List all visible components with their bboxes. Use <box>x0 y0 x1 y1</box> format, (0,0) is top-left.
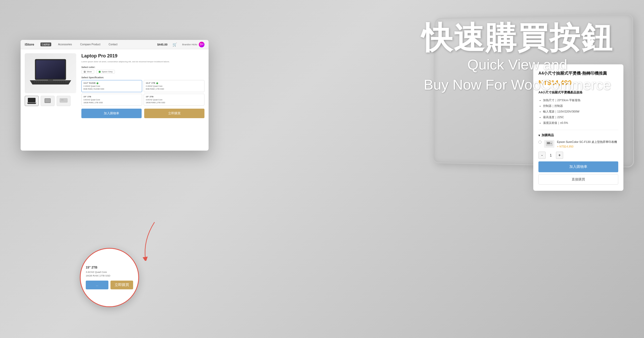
zoom-arrow <box>138 220 158 261</box>
addon-info: Epson SureColor SC-F130 桌上型熱昇華印表機 + NT$1… <box>557 140 618 149</box>
avatar: BH <box>199 42 204 47</box>
color-label: Select color: <box>81 66 204 68</box>
silver-dot <box>84 71 86 73</box>
thumb-2[interactable] <box>41 96 55 106</box>
addon-label: ▾ 加購商品 <box>538 133 618 137</box>
svg-rect-15 <box>54 81 56 82</box>
spec-item-3: 輸入電源｜110V/220V/300W <box>543 109 618 114</box>
spec-card-2[interactable]: 13.3" 1TB 2.4GHZ Quad Core 8GB RAM | 1TB… <box>144 80 204 92</box>
svg-rect-2 <box>36 60 65 79</box>
zoom-add-cart-button[interactable]: … <box>86 281 108 289</box>
spec-available-dot <box>97 82 98 84</box>
product-area: Laptop Pro 2019 Lorem ipsum dolor sit am… <box>21 49 209 151</box>
addon-item-price: + NT$14,950 <box>557 145 618 149</box>
laptop-svg <box>27 57 74 90</box>
svg-rect-25 <box>61 99 64 100</box>
svg-rect-21 <box>28 98 36 102</box>
svg-rect-13 <box>50 81 52 82</box>
browser-window: iStore Laptop Accessories Compare Produc… <box>21 40 209 151</box>
hero-title-english: Quick View and Buy Now For WooCommerce <box>422 55 613 95</box>
addon-radio[interactable] <box>538 141 542 144</box>
thumb-3[interactable] <box>57 96 71 106</box>
quantity-row: - 1 + <box>538 152 618 159</box>
svg-rect-18 <box>61 81 62 82</box>
cart-icon[interactable]: 🛒 <box>173 42 177 47</box>
main-product-image <box>25 53 76 93</box>
spec-card-4[interactable]: 15" 2TB 3.6CHZ Quad Core 16GB RAM | 2TB … <box>144 94 204 106</box>
store-logo: iStore <box>25 42 34 46</box>
svg-rect-5 <box>34 81 35 82</box>
svg-rect-24 <box>60 98 67 102</box>
svg-rect-23 <box>45 99 50 102</box>
panel-add-cart-button[interactable]: 加入購物車 <box>538 161 618 172</box>
svg-rect-28 <box>551 143 552 144</box>
nav-accessories[interactable]: Accessories <box>56 42 73 46</box>
zoom-circle: 15" 2TB 3.6CHZ Quad Core16GB RAM | 2TB S… <box>80 248 139 307</box>
svg-rect-11 <box>46 81 48 82</box>
spec-card-3[interactable]: 15" 1TB 3.6CHZ Quad Core 16GB RAM | 1TB … <box>81 94 142 106</box>
svg-rect-6 <box>36 81 37 82</box>
zoom-buy-now-button[interactable]: 立即購買 <box>110 281 133 289</box>
product-images <box>25 53 76 146</box>
spec-label: Select Specification: <box>81 76 204 79</box>
spec-grid: 13.3" 512GB 2.4GHZ Quad Core 8GB RAM | 5… <box>81 80 204 106</box>
add-to-cart-button[interactable]: 加入購物車 <box>81 109 142 118</box>
browser-navbar: iStore Laptop Accessories Compare Produc… <box>21 40 209 49</box>
addon-item: Epson SureColor SC-F130 桌上型熱昇華印表機 + NT$1… <box>538 140 618 149</box>
spec-item-4: 最高溫度｜225C <box>543 114 618 120</box>
product-details: Laptop Pro 2019 Lorem ipsum dolor sit am… <box>81 53 204 146</box>
hero-title-chinese: 快速購買按鈕 <box>422 21 613 55</box>
svg-rect-16 <box>56 81 58 82</box>
svg-point-3 <box>48 80 53 81</box>
product-title: Laptop Pro 2019 <box>81 53 204 59</box>
spec-available-dot-2 <box>156 82 158 84</box>
svg-rect-17 <box>58 81 60 82</box>
thumb-1[interactable] <box>25 96 39 106</box>
svg-rect-27 <box>547 142 550 144</box>
space-grey-dot <box>99 71 101 73</box>
product-description: Lorem ipsum dolor sit amet, consectetur … <box>81 60 204 63</box>
spec-item-1: 加熱尺寸｜23*33cm 平板發熱 <box>543 97 618 103</box>
qty-decrease-button[interactable]: - <box>538 152 546 159</box>
nav-contact[interactable]: Contact <box>107 42 119 46</box>
svg-rect-7 <box>38 81 39 82</box>
action-buttons: 加入購物車 立即購買 <box>81 109 204 118</box>
color-options: Silver Space Grey <box>81 70 204 74</box>
zoom-buttons: … 立即購買 <box>86 281 133 289</box>
hero-title-block: 快速購買按鈕 Quick View and Buy Now For WooCom… <box>422 21 613 95</box>
thumbnail-row <box>25 96 76 106</box>
color-space-grey[interactable]: Space Grey <box>96 70 115 74</box>
zoom-spec-detail: 3.6CHZ Quad Core16GB RAM | 2TB SSD <box>86 270 133 278</box>
svg-rect-20 <box>65 81 68 82</box>
qty-value: 1 <box>548 153 554 157</box>
spec-item-5: 溫度誤差值｜±0.5% <box>543 120 618 126</box>
addon-section: ▾ 加購商品 Epson SureColor SC-F130 桌上型熱昇華印表機… <box>538 130 618 149</box>
svg-rect-10 <box>44 81 46 82</box>
qty-increase-button[interactable]: + <box>556 152 563 159</box>
panel-specs-list: 加熱尺寸｜23*33cm 平板發熱 控制器｜控制器 輸入電源｜110V/220V… <box>538 97 618 126</box>
svg-rect-14 <box>52 81 54 82</box>
svg-rect-19 <box>63 81 64 82</box>
buy-now-button[interactable]: 立即購買 <box>144 109 204 118</box>
nav-laptop[interactable]: Laptop <box>40 42 51 46</box>
cart-price: $445.00 <box>157 43 168 46</box>
zoom-spec-title: 15" 2TB <box>86 266 133 269</box>
spec-item-2: 控制器｜控制器 <box>543 103 618 109</box>
user-info: Brandon Hicks BH <box>182 42 204 47</box>
color-silver[interactable]: Silver <box>81 70 94 74</box>
addon-item-name: Epson SureColor SC-F130 桌上型熱昇華印表機 <box>557 140 618 144</box>
panel-buy-button[interactable]: 直接購買 <box>538 174 618 185</box>
addon-image <box>544 140 554 148</box>
user-name: Brandon Hicks <box>182 43 197 46</box>
svg-rect-8 <box>40 81 41 82</box>
nav-compare[interactable]: Compare Product <box>79 42 102 46</box>
svg-rect-12 <box>48 81 50 82</box>
spec-card-1[interactable]: 13.3" 512GB 2.4GHZ Quad Core 8GB RAM | 5… <box>81 80 142 92</box>
svg-rect-9 <box>42 81 44 82</box>
